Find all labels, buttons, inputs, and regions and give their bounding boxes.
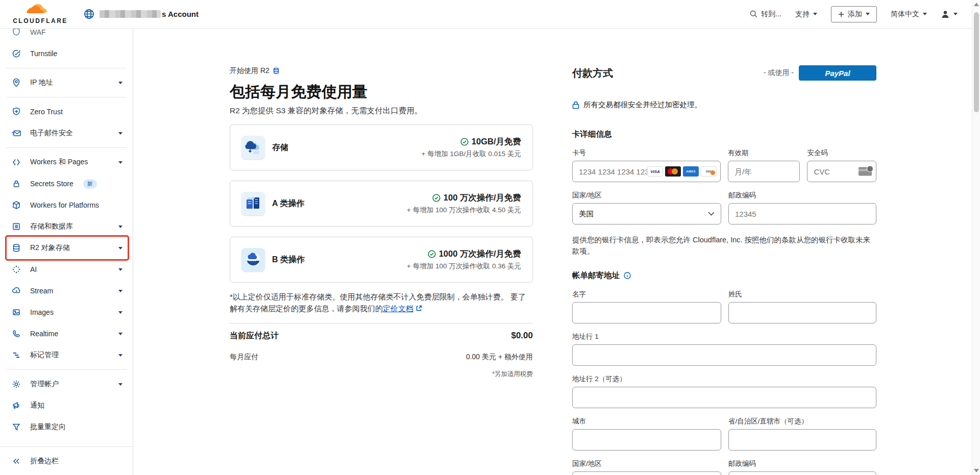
- map-pin-icon: [11, 78, 21, 87]
- sidebar-collapse[interactable]: 折叠边栏: [0, 446, 133, 475]
- sidebar-item-label: Workers for Platforms: [30, 201, 99, 209]
- monthly-due-label: 每月应付: [230, 353, 258, 362]
- database-icon: [11, 243, 21, 253]
- support-label: 支持: [795, 10, 810, 19]
- last-name-label: 姓氏: [728, 290, 876, 299]
- info-icon[interactable]: [624, 272, 631, 279]
- sidebar-item-notifications[interactable]: 通知: [0, 395, 133, 416]
- language-menu[interactable]: 简体中文: [891, 10, 927, 19]
- chevron-down-icon: [118, 290, 122, 292]
- card-details-title: 卡详细信息: [572, 129, 876, 140]
- sidebar-item-label: R2 对象存储: [30, 243, 70, 253]
- sidebar-item-label: Images: [30, 308, 54, 316]
- sidebar-item-ip-addresses[interactable]: IP 地址: [0, 72, 133, 93]
- card-country-select[interactable]: 美国: [572, 203, 721, 224]
- billing-country-select[interactable]: Select...: [572, 471, 721, 475]
- sidebar-item-label: AI: [30, 265, 37, 273]
- sidebar-item-tag-management[interactable]: 标记管理: [0, 344, 133, 366]
- first-name-label: 名字: [572, 290, 721, 299]
- search-button[interactable]: 转到...: [750, 10, 781, 19]
- sidebar-divider: [6, 147, 127, 148]
- address2-label: 地址行 2（可选）: [572, 374, 876, 384]
- state-input[interactable]: [728, 429, 876, 451]
- main-content: 开始使用 R2 包括每月免费使用量 R2 为您提供 S3 兼容的对象存储，无需支…: [133, 29, 972, 475]
- add-button[interactable]: 添加: [831, 6, 877, 22]
- billing-country-label: 国家/地区: [572, 459, 721, 468]
- shield-arrow-icon: [11, 107, 21, 116]
- new-badge: 新: [83, 179, 97, 189]
- sidebar-item-manage-account[interactable]: 管理帐户: [0, 373, 133, 395]
- card-free-allowance: 100 万次操作/月免费: [444, 192, 521, 204]
- footnote-line1: *以上定价仅适用于标准存储类。使用其他存储类不计入免费层限制，会单独计费。: [230, 292, 508, 301]
- chevron-down-icon: [118, 311, 122, 314]
- account-name[interactable]: s Account: [100, 10, 199, 18]
- scrollbar-thumb[interactable]: [974, 12, 979, 112]
- pricing-docs-link[interactable]: 定价文档: [383, 304, 413, 313]
- sidebar-item-label: 折叠边栏: [30, 457, 59, 466]
- check-circle-icon: [428, 250, 436, 258]
- sidebar-item-label: WAF: [30, 29, 46, 36]
- sidebar-item-turnstile[interactable]: Turnstile: [0, 43, 133, 64]
- last-name-input[interactable]: [728, 302, 876, 323]
- expiry-input[interactable]: [728, 161, 800, 182]
- card-brand-icons: VISA AMEX DISC: [647, 166, 717, 177]
- sidebar-item-label: 批量重定向: [30, 422, 66, 432]
- sidebar-item-workers-for-platforms[interactable]: Workers for Platforms: [0, 194, 133, 216]
- amex-icon: AMEX: [683, 166, 699, 177]
- card-number-label: 卡号: [572, 148, 721, 158]
- sidebar-item-label: Secrets Store: [30, 180, 74, 188]
- external-link-icon: [415, 305, 422, 312]
- card-overage-price: + 每增加 100 万次操作收取 4.50 美元: [407, 206, 521, 215]
- stacked-bars-icon: [11, 351, 21, 360]
- gear-icon: [11, 380, 21, 389]
- chevron-down-icon: [708, 212, 715, 216]
- pricing-footnote: *以上定价仅适用于标准存储类。使用其他存储类不计入免费层限制，会单独计费。 要了…: [230, 291, 533, 315]
- pricing-card-class-a: A 类操作 100 万次操作/月免费 + 每增加 100 万次操作收取 4.50…: [230, 181, 533, 227]
- account-name-suffix: s Account: [162, 10, 199, 18]
- sidebar-item-storage-databases[interactable]: 存储和数据库: [0, 216, 133, 237]
- scroll-up-arrow-icon[interactable]: [974, 3, 979, 6]
- state-label: 省/自治区/直辖市（可选）: [728, 417, 876, 426]
- totals-divider: [230, 323, 533, 323]
- sidebar-item-workers-pages[interactable]: Workers 和 Pages: [0, 152, 133, 173]
- city-input[interactable]: [572, 429, 721, 451]
- cloudflare-logo[interactable]: CLOUDFLARE: [10, 4, 70, 24]
- sidebar-item-ai[interactable]: AI: [0, 259, 133, 280]
- sidebar-item-stream[interactable]: Stream: [0, 280, 133, 302]
- megaphone-icon: [11, 401, 21, 410]
- sidebar-item-bulk-redirects[interactable]: 批量重定向: [0, 416, 133, 438]
- sidebar-item-realtime[interactable]: Realtime: [0, 323, 133, 344]
- page-scrollbar[interactable]: [972, 0, 980, 475]
- city-label: 城市: [572, 417, 721, 426]
- billing-zip-input[interactable]: [728, 471, 876, 475]
- address2-input[interactable]: [572, 387, 876, 408]
- cloudflare-wordmark: CLOUDFLARE: [13, 17, 68, 24]
- sidebar-item-zero-trust[interactable]: Zero Trust: [0, 101, 133, 122]
- chevron-down-icon: [118, 383, 122, 386]
- workers-brackets-icon: [11, 158, 21, 167]
- sidebar-item-images[interactable]: Images: [0, 302, 133, 323]
- sidebar-item-r2-object-storage[interactable]: R2 对象存储: [0, 237, 133, 259]
- sparkle-icon: [11, 265, 21, 274]
- support-menu[interactable]: 支持: [795, 10, 817, 19]
- paypal-button[interactable]: PayPal: [799, 65, 876, 81]
- sidebar-item-waf[interactable]: WAF: [0, 29, 133, 43]
- sidebar-item-secrets-store[interactable]: Secrets Store 新: [0, 173, 133, 194]
- user-menu[interactable]: [941, 10, 958, 19]
- cloudflare-cloud-icon: [24, 4, 56, 18]
- scroll-down-arrow-icon[interactable]: [974, 469, 979, 472]
- sidebar-item-email-security[interactable]: 电子邮件安全: [0, 122, 133, 144]
- card-free-allowance: 1000 万次操作/月免费: [439, 248, 521, 260]
- card-title: B 类操作: [272, 255, 305, 265]
- chevron-down-icon: [118, 82, 122, 84]
- chevron-down-icon: [923, 13, 927, 15]
- total-due-label: 当前应付总计: [230, 331, 279, 341]
- first-name-input[interactable]: [572, 302, 721, 323]
- card-disclaimer: 提供您的银行卡信息，即表示您允许 Cloudflare, Inc. 按照他们的条…: [572, 235, 876, 257]
- database-rows-icon: [11, 222, 21, 231]
- card-zip-input[interactable]: [728, 203, 876, 224]
- card-free-allowance: 10GB/月免费: [472, 136, 521, 147]
- account-name-redacted: [100, 10, 161, 18]
- address1-input[interactable]: [572, 344, 876, 366]
- language-label: 简体中文: [891, 10, 919, 19]
